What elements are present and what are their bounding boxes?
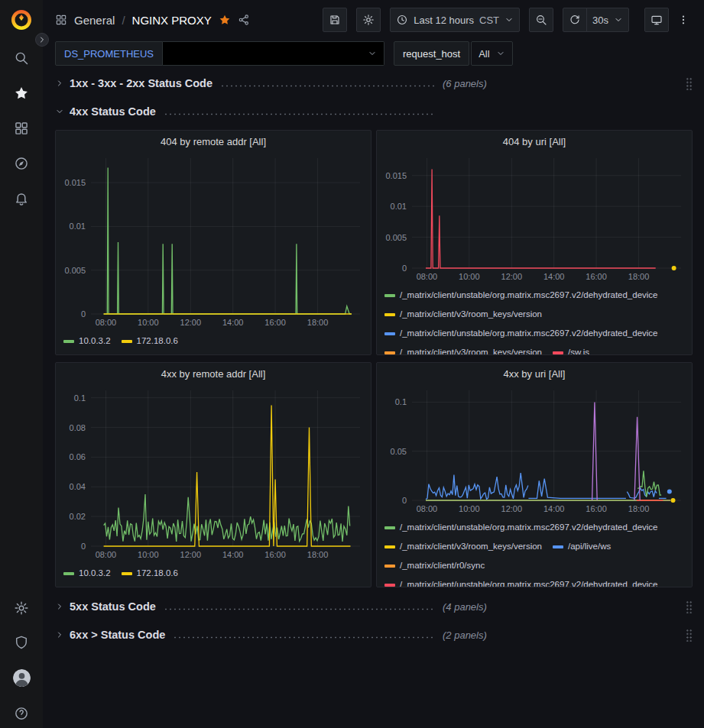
legend-label[interactable]: /sw.js bbox=[568, 347, 589, 354]
apps-grid-icon bbox=[55, 14, 67, 26]
legend-item[interactable]: 10.0.3.2 bbox=[63, 568, 111, 579]
time-series-chart[interactable]: 08:0010:0012:0014:0016:0018:0000.020.040… bbox=[56, 384, 371, 561]
refresh-button[interactable] bbox=[563, 8, 587, 32]
legend-label[interactable]: /_matrix/client/r0/sync bbox=[400, 560, 485, 571]
dashboard-settings-button[interactable] bbox=[356, 8, 381, 32]
legend-label[interactable]: /_matrix/client/v3/room_keys/version bbox=[400, 347, 542, 354]
row-header-4xx[interactable]: 4xx Status Code bbox=[55, 101, 693, 122]
favorite-star-icon[interactable] bbox=[219, 14, 231, 26]
panel-title[interactable]: 4xx by uri [All] bbox=[377, 363, 692, 384]
legend-label[interactable]: 10.0.3.2 bbox=[79, 568, 111, 579]
search-icon[interactable] bbox=[14, 50, 29, 66]
svg-text:10:00: 10:00 bbox=[459, 272, 480, 281]
panel-title[interactable]: 4xx by remote addr [All] bbox=[56, 363, 371, 384]
legend-item[interactable]: /_matrix/client/v3/room_keys/version bbox=[384, 541, 542, 552]
row-drag-handle[interactable] bbox=[686, 77, 693, 90]
share-icon[interactable] bbox=[238, 14, 250, 26]
row-panel-count: (6 panels) bbox=[443, 78, 487, 89]
variable-value-request-host[interactable]: All bbox=[471, 41, 512, 66]
user-avatar[interactable] bbox=[13, 669, 31, 687]
refresh-interval-label: 30s bbox=[592, 15, 608, 26]
dashboard-content: 1xx - 3xx - 2xx Status Code (6 panels) 4… bbox=[43, 67, 704, 728]
refresh-interval-dropdown[interactable]: 30s bbox=[586, 8, 629, 32]
time-series-chart[interactable]: 08:0010:0012:0014:0016:0018:0000.0050.01… bbox=[56, 152, 371, 329]
row-header-1xx-3xx-2xx[interactable]: 1xx - 3xx - 2xx Status Code (6 panels) bbox=[55, 73, 693, 94]
settings-gear-icon[interactable] bbox=[14, 600, 29, 616]
row-title: 5xx Status Code bbox=[70, 600, 156, 613]
legend-label[interactable]: 172.18.0.6 bbox=[137, 568, 178, 579]
zoom-out-time-button[interactable] bbox=[529, 8, 553, 32]
legend-item[interactable]: /api/live/ws bbox=[553, 541, 611, 552]
starred-dashboards-icon[interactable] bbox=[14, 86, 29, 101]
legend-item[interactable]: /_matrix/client/unstable/org.matrix.msc2… bbox=[384, 328, 658, 339]
legend-label[interactable]: /_matrix/client/unstable/org.matrix.msc2… bbox=[400, 290, 658, 301]
legend-item[interactable]: /_matrix/client/r0/sync bbox=[384, 560, 485, 571]
chevron-down-icon bbox=[614, 15, 623, 24]
alerting-bell-icon[interactable] bbox=[14, 191, 29, 206]
legend-item[interactable]: /_matrix/client/v3/room_keys/version bbox=[384, 347, 542, 354]
legend-label[interactable]: /_matrix/client/v3/room_keys/version bbox=[400, 541, 542, 552]
legend-swatch bbox=[122, 572, 132, 575]
sidebar bbox=[0, 0, 43, 728]
svg-text:12:00: 12:00 bbox=[501, 272, 523, 281]
legend-item[interactable]: /_matrix/client/unstable/org.matrix.msc2… bbox=[384, 579, 658, 587]
breadcrumb-folder[interactable]: General bbox=[74, 14, 115, 27]
explore-compass-icon[interactable] bbox=[14, 156, 29, 171]
svg-text:0.02: 0.02 bbox=[70, 512, 86, 521]
legend-label[interactable]: /api/live/ws bbox=[568, 541, 611, 552]
time-series-chart[interactable]: 08:0010:0012:0014:0016:0018:0000.0050.01… bbox=[377, 152, 692, 283]
legend-swatch bbox=[63, 572, 74, 575]
panel-title[interactable]: 404 by uri [All] bbox=[377, 131, 692, 152]
legend-item[interactable]: /sw.js bbox=[553, 347, 589, 354]
sidebar-expand-chevron[interactable] bbox=[35, 33, 49, 47]
variable-value-ds-prometheus[interactable] bbox=[163, 41, 384, 66]
admin-shield-icon[interactable] bbox=[14, 635, 29, 650]
row-drag-handle[interactable] bbox=[686, 600, 693, 613]
panel-title[interactable]: 404 by remote addr [All] bbox=[56, 131, 371, 152]
legend-swatch bbox=[384, 584, 395, 587]
panel-legend: /_matrix/client/unstable/org.matrix.msc2… bbox=[377, 516, 692, 587]
legend-swatch bbox=[553, 545, 563, 548]
dashboard-topbar: General / NGINX PROXY Last 12 hours CST bbox=[43, 0, 704, 40]
legend-item[interactable]: /_matrix/client/unstable/org.matrix.msc2… bbox=[384, 522, 658, 533]
legend-swatch bbox=[553, 351, 563, 354]
legend-item[interactable]: 172.18.0.6 bbox=[122, 335, 178, 347]
dashboards-icon[interactable] bbox=[14, 121, 29, 136]
main-area: General / NGINX PROXY Last 12 hours CST bbox=[43, 0, 704, 728]
kebab-menu-icon[interactable] bbox=[673, 8, 693, 32]
grafana-logo[interactable] bbox=[9, 8, 34, 32]
svg-text:18:00: 18:00 bbox=[628, 272, 650, 281]
help-icon[interactable] bbox=[14, 706, 29, 721]
panel-404-by-uri: 404 by uri [All] 08:0010:0012:0014:0016:… bbox=[376, 130, 693, 355]
dashboard-title[interactable]: NGINX PROXY bbox=[132, 14, 212, 27]
chevron-down-icon bbox=[496, 49, 505, 58]
svg-text:18:00: 18:00 bbox=[628, 504, 650, 513]
legend-item[interactable]: /_matrix/client/unstable/org.matrix.msc2… bbox=[384, 290, 658, 301]
legend-label[interactable]: /_matrix/client/unstable/org.matrix.msc2… bbox=[400, 522, 658, 533]
legend-swatch bbox=[384, 351, 395, 354]
svg-text:14:00: 14:00 bbox=[222, 318, 244, 327]
svg-text:0.015: 0.015 bbox=[64, 178, 86, 187]
variable-datasource: DS_PROMETHEUS bbox=[55, 41, 384, 66]
legend-item[interactable]: /_matrix/client/v3/room_keys/version bbox=[384, 309, 542, 320]
breadcrumb-separator: / bbox=[122, 14, 125, 27]
legend-swatch bbox=[63, 340, 74, 343]
row-header-6xx[interactable]: 6xx > Status Code (2 panels) bbox=[55, 624, 693, 645]
legend-label[interactable]: /_matrix/client/unstable/org.matrix.msc2… bbox=[400, 328, 658, 339]
svg-text:10:00: 10:00 bbox=[138, 550, 159, 559]
legend-label[interactable]: 172.18.0.6 bbox=[137, 335, 178, 347]
legend-label[interactable]: /_matrix/client/unstable/org.matrix.msc2… bbox=[400, 579, 658, 587]
panel-legend: 10.0.3.2172.18.0.6 bbox=[56, 329, 371, 354]
save-dashboard-button[interactable] bbox=[323, 8, 347, 32]
legend-item[interactable]: 172.18.0.6 bbox=[122, 568, 178, 579]
legend-label[interactable]: /_matrix/client/v3/room_keys/version bbox=[400, 309, 542, 320]
row-header-5xx[interactable]: 5xx Status Code (4 panels) bbox=[55, 596, 693, 617]
legend-item[interactable]: 10.0.3.2 bbox=[63, 335, 111, 347]
row-title: 6xx > Status Code bbox=[70, 629, 165, 641]
legend-label[interactable]: 10.0.3.2 bbox=[79, 335, 111, 347]
time-range-picker[interactable]: Last 12 hours CST bbox=[390, 8, 520, 32]
row-drag-handle[interactable] bbox=[686, 629, 693, 642]
time-series-chart[interactable]: 08:0010:0012:0014:0016:0018:0000.050.1 bbox=[377, 384, 692, 516]
row-title: 1xx - 3xx - 2xx Status Code bbox=[70, 77, 212, 89]
tv-kiosk-mode-button[interactable] bbox=[644, 8, 669, 32]
